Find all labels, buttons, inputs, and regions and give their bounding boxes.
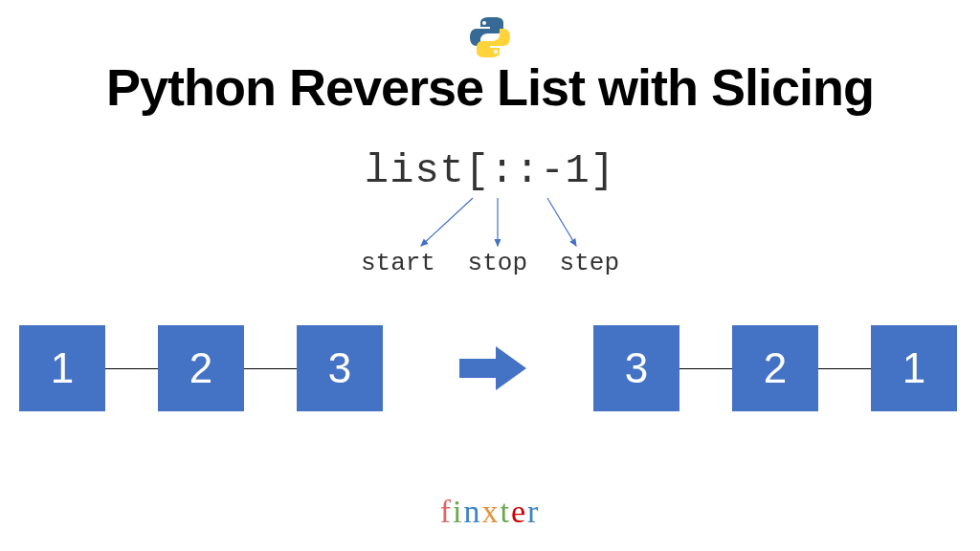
- brand-logo: finxter: [0, 494, 980, 530]
- node-before-1: 2: [158, 325, 244, 411]
- brand-letter: f: [440, 494, 453, 529]
- brand-letter: x: [481, 494, 500, 529]
- brand-letter: e: [511, 494, 527, 529]
- brand-letter: r: [527, 494, 540, 529]
- node-after-2: 1: [871, 325, 957, 411]
- slice-labels: start stop step: [0, 249, 980, 277]
- brand-letter: t: [500, 494, 510, 529]
- connector: [244, 368, 297, 369]
- connector: [818, 368, 871, 369]
- connector: [679, 368, 732, 369]
- connector: [105, 368, 158, 369]
- node-before-0: 1: [19, 325, 105, 411]
- node-after-1: 2: [732, 325, 818, 411]
- node-after-0: 3: [593, 325, 679, 411]
- label-stop: stop: [468, 249, 527, 277]
- slice-expression: list[::-1]: [0, 148, 980, 194]
- svg-line-2: [547, 198, 576, 246]
- node-before-2: 3: [297, 325, 383, 411]
- brand-letter: i: [453, 494, 463, 529]
- label-step: step: [560, 249, 619, 277]
- right-arrow-icon: [459, 346, 526, 394]
- label-start: start: [361, 249, 435, 277]
- page-title: Python Reverse List with Slicing: [0, 57, 980, 117]
- svg-line-0: [421, 198, 473, 246]
- brand-letter: n: [463, 494, 481, 529]
